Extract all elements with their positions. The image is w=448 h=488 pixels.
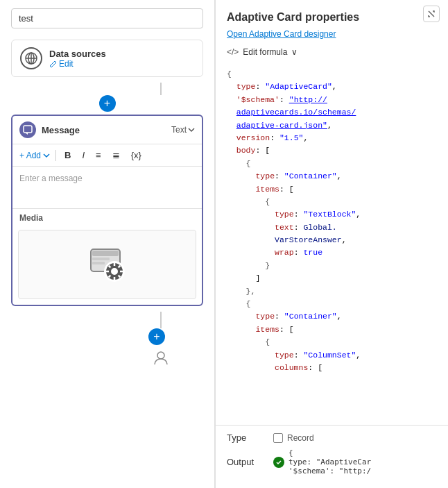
panel-header: Adaptive Card properties × <box>216 0 448 29</box>
code-line-4: adaptivecards.io/schemas/ <box>227 106 437 119</box>
formula-bar: </> Edit formula ∨ <box>216 44 448 62</box>
output-row: Output { type: "AdaptiveCar '$schema': "… <box>227 448 437 476</box>
add-content-button[interactable]: + Add <box>19 151 50 160</box>
code-line-13: text: Global. <box>227 221 437 234</box>
data-sources-card: Data sources Edit <box>11 40 203 77</box>
bottom-add-button[interactable]: + <box>148 328 165 345</box>
code-line-23: type: "ColumnSet", <box>227 349 437 362</box>
chevron-down-icon: ∨ <box>291 47 298 57</box>
open-designer-link[interactable]: Open Adaptive Card designer <box>216 29 448 44</box>
edit-link[interactable]: Edit <box>49 59 106 69</box>
record-type-icon <box>273 433 283 443</box>
left-panel: Data sources Edit + Message <box>0 0 215 488</box>
code-line-7: body: [ <box>227 144 437 157</box>
svg-rect-8 <box>92 262 105 264</box>
code-line-21: items: [ <box>227 323 437 336</box>
ordered-list-button[interactable]: ≣ <box>110 149 123 162</box>
code-line-22: { <box>227 336 437 348</box>
media-label: Media <box>12 208 202 227</box>
data-sources-title: Data sources <box>49 49 106 59</box>
edit-formula-button[interactable]: </> Edit formula ∨ <box>227 47 298 57</box>
code-line-18: }, <box>227 285 437 298</box>
formula-button[interactable]: {x} <box>128 149 144 162</box>
person-icon <box>153 351 169 369</box>
italic-button[interactable]: I <box>79 149 87 162</box>
message-toolbar: + Add B I ≡ ≣ {x} <box>12 144 202 167</box>
svg-rect-4 <box>24 126 32 133</box>
success-icon <box>273 457 284 468</box>
bullet-list-button[interactable]: ≡ <box>93 149 104 162</box>
code-line-16: } <box>227 260 437 272</box>
code-line-14: VarStoreAnswer, <box>227 234 437 246</box>
code-editor[interactable]: { type: "AdaptiveCard", '$schema': "http… <box>216 62 448 425</box>
bottom-connector: + <box>0 312 214 369</box>
expand-button[interactable] <box>423 6 440 22</box>
output-label: Output <box>227 457 265 467</box>
properties-section: Type Record Output { type: "AdaptiveCar … <box>216 426 448 488</box>
code-line-2: type: "AdaptiveCard", <box>227 81 437 93</box>
code-line-9: type: "Container", <box>227 170 437 183</box>
add-connector-button[interactable]: + <box>99 95 116 112</box>
svg-rect-6 <box>92 251 119 256</box>
code-line-1: { <box>227 68 437 81</box>
code-line-6: version: "1.5", <box>227 132 437 144</box>
svg-point-11 <box>111 268 118 275</box>
message-title: Message <box>42 125 80 135</box>
code-line-10: items: [ <box>227 183 437 196</box>
type-value-text: Record <box>287 433 314 443</box>
code-line-5: adaptive-card.json", <box>227 119 437 132</box>
output-value: { type: "AdaptiveCar '$schema': "http:/ <box>273 448 371 476</box>
code-line-17: ] <box>227 272 437 285</box>
message-header: Message Text <box>12 116 202 144</box>
code-brackets-icon: </> <box>227 47 239 57</box>
right-panel: Adaptive Card properties × Open Adaptive… <box>215 0 448 488</box>
code-line-20: type: "Container", <box>227 310 437 323</box>
code-line-3: '$schema': "http:// <box>227 94 437 106</box>
globe-icon <box>20 47 42 69</box>
data-sources-text: Data sources Edit <box>49 49 106 69</box>
output-code-text: { type: "AdaptiveCar '$schema': "http:/ <box>288 448 371 476</box>
message-header-left: Message <box>19 121 80 138</box>
code-line-15: wrap: true <box>227 246 437 259</box>
message-input: Enter a message <box>12 167 202 208</box>
toolbar-separator <box>55 150 56 161</box>
type-value: Record <box>273 433 314 443</box>
code-line-19: { <box>227 298 437 310</box>
message-icon <box>19 121 36 138</box>
search-input[interactable] <box>11 8 203 28</box>
media-area <box>18 230 196 299</box>
type-row: Type Record <box>227 432 437 443</box>
formula-label: Edit formula <box>243 47 287 57</box>
code-line-8: { <box>227 158 437 170</box>
media-placeholder-icon <box>85 242 130 287</box>
code-line-11: { <box>227 196 437 208</box>
type-label: Type <box>227 432 265 443</box>
panel-title: Adaptive Card properties <box>227 11 359 24</box>
svg-point-20 <box>157 352 164 359</box>
code-line-12: type: "TextBlock", <box>227 208 437 221</box>
svg-rect-7 <box>92 258 110 260</box>
text-type-dropdown[interactable]: Text <box>171 125 195 135</box>
bold-button[interactable]: B <box>62 149 74 162</box>
code-line-24: columns: [ <box>227 362 437 374</box>
message-card: Message Text + Add B I ≡ ≣ {x} Enter a m… <box>11 115 203 306</box>
